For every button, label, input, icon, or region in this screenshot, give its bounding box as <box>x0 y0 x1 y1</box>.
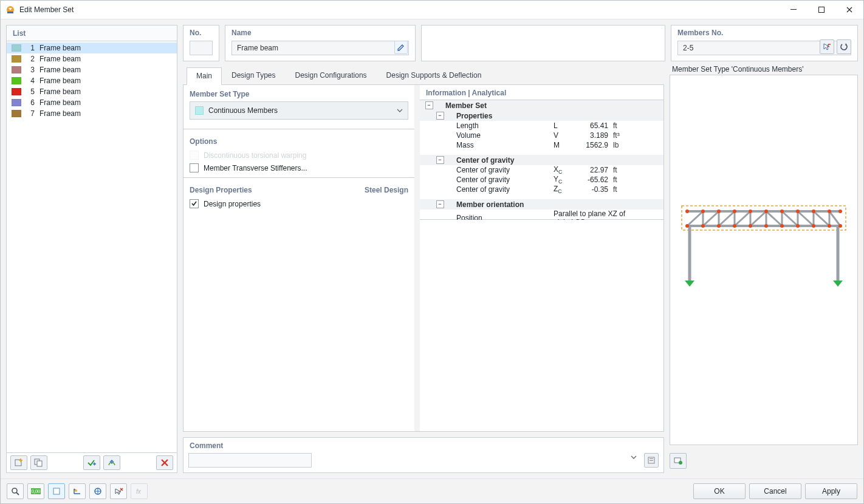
info-panel: Information | Analytical −Member Set−Pro… <box>420 85 663 431</box>
svg-point-38 <box>717 209 721 213</box>
design-properties-checkbox[interactable]: Design properties <box>183 197 414 210</box>
export-button[interactable] <box>103 455 120 470</box>
comment-extra-button[interactable] <box>644 453 659 468</box>
cursor-cross-icon <box>114 487 123 495</box>
tab-main[interactable]: Main <box>187 67 222 85</box>
footer: 0,00 fx OK Cancel Apply <box>1 478 863 503</box>
preview-column: Member Set Type 'Continuous Members' <box>670 61 858 473</box>
cancel-button[interactable]: Cancel <box>749 483 801 499</box>
comment-input[interactable] <box>188 453 312 468</box>
list-item-num: 3 <box>26 66 35 74</box>
close-button[interactable] <box>835 1 863 19</box>
svg-line-21 <box>735 211 750 226</box>
checkbox-icon[interactable] <box>190 163 199 172</box>
chevron-down-icon[interactable] <box>631 455 637 459</box>
apply-button[interactable]: Apply <box>805 483 857 499</box>
preview-settings-button[interactable] <box>670 453 687 469</box>
help-button[interactable] <box>7 483 24 499</box>
color-swatch-icon <box>12 55 21 63</box>
copy-item-button[interactable] <box>30 455 47 470</box>
opt-transverse-stiffeners[interactable]: Member Transverse Stiffeners... <box>183 162 414 174</box>
no-input[interactable] <box>190 41 213 55</box>
list-item[interactable]: 4 Frame beam <box>7 75 177 86</box>
svg-point-42 <box>749 209 752 213</box>
ok-label: OK <box>714 487 724 495</box>
svg-point-49 <box>796 224 800 228</box>
preview-canvas[interactable] <box>670 75 858 445</box>
list-item[interactable]: 3 Frame beam <box>7 64 177 75</box>
tab-design-types[interactable]: Design Types <box>222 67 286 84</box>
list-item-num: 2 <box>26 55 35 63</box>
tab-design-configurations[interactable]: Design Configurations <box>286 67 377 84</box>
svg-point-55 <box>838 224 842 228</box>
list-item-num: 6 <box>26 98 35 107</box>
info-tree[interactable]: −Member Set−PropertiesLengthL65.41ftVolu… <box>420 100 663 220</box>
opt2-label: Member Transverse Stiffeners... <box>204 164 307 172</box>
list-toolbar <box>7 452 177 472</box>
list-item-num: 1 <box>26 44 35 52</box>
svg-point-45 <box>764 224 768 228</box>
list-item[interactable]: 5 Frame beam <box>7 86 177 97</box>
view-mode-2-button[interactable] <box>69 483 86 499</box>
preview-header: Member Set Type 'Continuous Members' <box>670 61 858 75</box>
steel-design-link[interactable]: Steel Design <box>365 186 408 194</box>
checkbox-icon[interactable] <box>190 199 199 208</box>
list-item-label: Frame beam <box>39 98 172 107</box>
list-item[interactable]: 2 Frame beam <box>7 53 177 64</box>
svg-point-34 <box>685 209 689 213</box>
name-edit-button[interactable] <box>394 41 408 54</box>
view-mode-1-button[interactable] <box>48 483 65 499</box>
svg-rect-1 <box>7 12 13 13</box>
titlebar: Edit Member Set <box>1 1 863 19</box>
svg-rect-2 <box>790 9 797 10</box>
svg-rect-9 <box>650 460 653 461</box>
svg-line-17 <box>703 211 719 226</box>
svg-text:0,00: 0,00 <box>32 489 40 494</box>
view-mode-3-button[interactable] <box>89 483 106 499</box>
units-button[interactable]: 0,00 <box>27 483 44 499</box>
svg-point-43 <box>749 224 752 228</box>
opt-discontinuous-warping: Discontinuous torsional warping <box>183 149 414 162</box>
svg-line-33 <box>829 211 840 226</box>
check-button[interactable] <box>83 455 100 470</box>
delete-item-button[interactable] <box>156 455 173 470</box>
svg-line-31 <box>814 211 829 226</box>
new-item-button[interactable] <box>10 455 27 470</box>
ok-button[interactable]: OK <box>693 483 746 499</box>
list-item[interactable]: 7 Frame beam <box>7 108 177 119</box>
svg-point-35 <box>685 224 689 228</box>
svg-point-48 <box>796 209 800 213</box>
no-field: No. <box>183 25 219 61</box>
pick-members-button[interactable] <box>820 39 834 54</box>
no-label: No. <box>183 26 219 37</box>
checkbox-icon <box>190 151 199 160</box>
options-label: Options <box>183 132 414 149</box>
design-properties-label: Design Properties <box>190 186 252 194</box>
member-set-type-select[interactable]: Continuous Members <box>190 101 408 120</box>
type-swatch-icon <box>195 106 204 115</box>
magnifier-icon <box>11 487 19 495</box>
minimize-button[interactable] <box>780 1 807 19</box>
info-header: Information | Analytical <box>420 85 663 100</box>
svg-point-51 <box>812 224 815 228</box>
tab-design-supports-deflection[interactable]: Design Supports & Deflection <box>377 67 492 84</box>
view-settings-icon <box>673 456 683 466</box>
name-input[interactable] <box>231 41 409 55</box>
list-item[interactable]: 6 Frame beam <box>7 97 177 108</box>
copy-icon <box>34 458 44 467</box>
comment-row: Comment <box>183 437 664 473</box>
reverse-members-button[interactable] <box>837 39 851 54</box>
svg-point-53 <box>828 224 831 228</box>
window-controls <box>780 1 863 19</box>
member-set-type-label: Member Set Type <box>183 85 414 101</box>
export-icon <box>107 458 117 467</box>
maximize-button[interactable] <box>807 1 835 19</box>
pencil-icon <box>397 44 405 51</box>
list-body[interactable]: 1 Frame beam 2 Frame beam 3 Frame beam 4… <box>7 41 177 452</box>
list-item[interactable]: 1 Frame beam <box>7 43 177 53</box>
svg-line-29 <box>798 211 814 226</box>
right-column: No. Name Members No. <box>183 25 858 473</box>
view-mode-4-button[interactable] <box>110 483 127 499</box>
list-item-label: Frame beam <box>39 109 172 118</box>
list-item-label: Frame beam <box>39 87 172 96</box>
